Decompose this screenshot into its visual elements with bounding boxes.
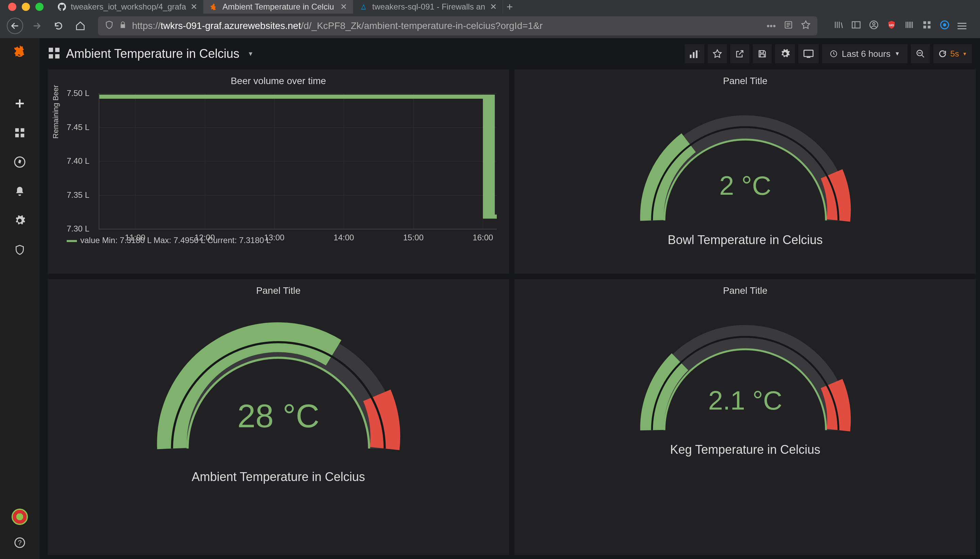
gauge-label: Keg Temperature in Celcius [670, 443, 820, 457]
svg-text:?: ? [18, 539, 21, 546]
header-actions: + Last 6 hours ▼ 5s▼ [685, 44, 972, 63]
tab-grafana-active[interactable]: Ambient Temperature in Celciu ✕ [203, 0, 353, 13]
graph-plot-area[interactable]: Remaining Beer 7.50 L 7.45 L 7.40 L 7.35… [99, 93, 497, 230]
window-controls [0, 3, 52, 11]
svg-rect-8 [927, 26, 931, 28]
chevron-down-icon: ▼ [894, 51, 900, 57]
sidebar-help[interactable]: ? [10, 533, 29, 552]
svg-rect-14 [15, 134, 19, 137]
tab-title: tweakers-sql-091 - Firewalls an [372, 2, 485, 12]
legend-swatch [67, 240, 77, 242]
share-button[interactable] [730, 44, 749, 63]
svg-rect-20 [55, 48, 59, 52]
reader-icon[interactable] [784, 20, 793, 31]
zoom-out-button[interactable] [911, 44, 930, 63]
dashboards-icon[interactable] [48, 46, 61, 61]
settings-button[interactable] [775, 44, 795, 63]
tab-title: Ambient Temperature in Celciu [223, 2, 336, 12]
add-panel-button[interactable]: + [685, 44, 704, 63]
account-icon[interactable] [869, 20, 879, 32]
svg-text:uo: uo [889, 22, 894, 26]
refresh-interval: 5s [950, 49, 959, 59]
menu-button[interactable] [957, 23, 967, 29]
azure-icon [359, 2, 368, 12]
svg-rect-22 [55, 54, 59, 59]
panel-bowl-temp[interactable]: Panel Title 2 °C Bowl Temperature in Cel… [515, 69, 976, 274]
svg-rect-21 [49, 54, 53, 59]
reload-button[interactable] [50, 18, 67, 34]
home-button[interactable] [72, 18, 89, 34]
back-button[interactable] [7, 18, 23, 34]
sidebar-toggle-icon[interactable] [851, 20, 861, 32]
line-series [99, 93, 497, 229]
gauge-value: 2 °C [719, 170, 771, 201]
star-button[interactable] [708, 44, 727, 63]
minimize-window-button[interactable] [22, 3, 30, 11]
gauge-keg: 2.1 °C Keg Temperature in Celcius [515, 299, 976, 457]
ext1-icon[interactable] [904, 20, 914, 32]
svg-rect-27 [804, 50, 813, 56]
gauge-label: Bowl Temperature in Celcius [668, 233, 823, 247]
new-tab-button[interactable]: + [503, 0, 516, 13]
sidebar-explore[interactable] [10, 152, 29, 172]
toolbar-right: uo [827, 20, 973, 32]
grafana-app: ? Ambient Temperature in Celcius ▼ + Las… [0, 38, 980, 559]
panel-title: Panel Title [515, 279, 976, 299]
grafana-sidebar: ? [0, 38, 40, 559]
grafana-icon [209, 2, 218, 12]
sidebar-configuration[interactable] [10, 211, 29, 230]
user-avatar[interactable] [12, 509, 28, 525]
github-icon [57, 2, 67, 12]
chevron-down-icon[interactable]: ▼ [248, 50, 254, 58]
svg-rect-7 [924, 26, 926, 28]
svg-rect-19 [49, 48, 53, 52]
gauge-ambient: 28 °C Ambient Temperature in Celcius [48, 299, 509, 484]
svg-rect-12 [15, 128, 19, 132]
y-axis-label: Remaining Beer [51, 85, 60, 139]
dashboard-title[interactable]: Ambient Temperature in Celcius [66, 46, 239, 61]
panel-title: Panel Title [48, 279, 509, 299]
maximize-window-button[interactable] [35, 3, 44, 11]
svg-rect-5 [924, 21, 926, 24]
forward-button[interactable] [28, 18, 45, 34]
panels-grid: Beer volume over time Remaining Beer 7.5… [40, 69, 980, 559]
ublock-icon[interactable]: uo [887, 20, 896, 32]
time-range-label: Last 6 hours [842, 49, 891, 59]
sidebar-server-admin[interactable] [10, 240, 29, 260]
svg-point-10 [943, 23, 946, 26]
grafana-logo[interactable] [10, 44, 29, 63]
ext3-icon[interactable] [940, 20, 949, 32]
tab-github[interactable]: tweakers_iot_workshop/4_grafa ✕ [52, 0, 203, 13]
panel-beer-volume[interactable]: Beer volume over time Remaining Beer 7.5… [48, 69, 509, 274]
cycle-view-button[interactable] [798, 44, 819, 63]
url-bar[interactable]: https://twkrs-091-graf.azurewebsites.net… [98, 17, 817, 35]
refresh-button[interactable]: 5s▼ [934, 44, 972, 63]
svg-text:+: + [699, 50, 700, 55]
sidebar-dashboards[interactable] [10, 123, 29, 142]
tab-close-button[interactable]: ✕ [490, 3, 497, 10]
ext2-icon[interactable] [922, 20, 932, 32]
tabs-container: tweakers_iot_workshop/4_grafa ✕ Ambient … [52, 0, 516, 13]
gauge-bowl: 2 °C Bowl Temperature in Celcius [515, 90, 976, 247]
close-window-button[interactable] [8, 3, 16, 11]
time-range-picker[interactable]: Last 6 hours ▼ [822, 44, 907, 63]
sidebar-create[interactable] [10, 94, 29, 113]
tab-title: tweakers_iot_workshop/4_grafa [71, 2, 186, 12]
panel-title: Panel Title [515, 69, 976, 90]
gauge-value: 28 °C [237, 397, 319, 435]
sidebar-alerting[interactable] [10, 182, 29, 201]
library-icon[interactable] [834, 20, 843, 32]
tab-azure[interactable]: tweakers-sql-091 - Firewalls an ✕ [353, 0, 503, 13]
url-actions: ••• [767, 20, 810, 32]
panel-keg-temp[interactable]: Panel Title 2.1 °C Keg Temperature in Ce… [515, 279, 976, 555]
page-actions-icon[interactable]: ••• [767, 21, 776, 31]
tab-close-button[interactable]: ✕ [190, 3, 198, 10]
bookmark-star-icon[interactable] [801, 20, 810, 32]
save-button[interactable] [753, 44, 772, 63]
svg-rect-1 [852, 22, 860, 28]
panel-ambient-temp[interactable]: Panel Title 28 °C Ambient Temperature in… [48, 279, 509, 555]
chevron-down-icon: ▼ [962, 51, 967, 56]
panel-title: Beer volume over time [48, 69, 509, 90]
tab-close-button[interactable]: ✕ [340, 3, 347, 10]
nav-bar: https://twkrs-091-graf.azurewebsites.net… [0, 13, 980, 38]
